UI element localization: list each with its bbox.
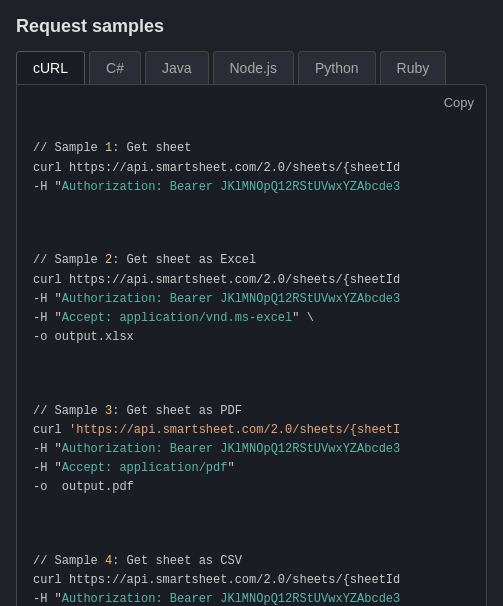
comment-1: // Sample 1: Get sheet xyxy=(33,141,191,155)
sample-2: // Sample 2: Get sheet as Excel curl htt… xyxy=(33,251,470,347)
accept-line-3: -H "Accept: application/pdf" xyxy=(33,461,235,475)
output-line-2: -o output.xlsx xyxy=(33,330,134,344)
curl-line-1: curl https://api.smartsheet.com/2.0/shee… xyxy=(33,161,400,175)
comment-2: // Sample 2: Get sheet as Excel xyxy=(33,253,256,267)
page-container: Request samples cURL C# Java Node.js Pyt… xyxy=(0,0,503,606)
tab-csharp[interactable]: C# xyxy=(89,51,141,84)
auth-line-4: -H "Authorization: Bearer JKlMNOpQ12RStU… xyxy=(33,592,400,606)
sample-3: // Sample 3: Get sheet as PDF curl 'http… xyxy=(33,402,470,498)
code-block: // Sample 1: Get sheet curl https://api.… xyxy=(33,101,470,606)
curl-line-3: curl 'https://api.smartsheet.com/2.0/she… xyxy=(33,423,400,437)
auth-line-3: -H "Authorization: Bearer JKlMNOpQ12RStU… xyxy=(33,442,400,456)
comment-3: // Sample 3: Get sheet as PDF xyxy=(33,404,242,418)
comment-4: // Sample 4: Get sheet as CSV xyxy=(33,554,242,568)
tab-nodejs[interactable]: Node.js xyxy=(213,51,294,84)
tab-ruby[interactable]: Ruby xyxy=(380,51,447,84)
copy-button[interactable]: Copy xyxy=(444,95,474,110)
auth-line-2: -H "Authorization: Bearer JKlMNOpQ12RStU… xyxy=(33,292,400,306)
tab-java[interactable]: Java xyxy=(145,51,209,84)
code-panel: Copy // Sample 1: Get sheet curl https:/… xyxy=(16,84,487,606)
page-title: Request samples xyxy=(16,16,487,37)
accept-line-2: -H "Accept: application/vnd.ms-excel" \ xyxy=(33,311,314,325)
auth-line-1: -H "Authorization: Bearer JKlMNOpQ12RStU… xyxy=(33,180,400,194)
curl-line-4: curl https://api.smartsheet.com/2.0/shee… xyxy=(33,573,400,587)
curl-line-2: curl https://api.smartsheet.com/2.0/shee… xyxy=(33,273,400,287)
tab-bar: cURL C# Java Node.js Python Ruby xyxy=(16,51,487,84)
sample-4: // Sample 4: Get sheet as CSV curl https… xyxy=(33,552,470,606)
tab-python[interactable]: Python xyxy=(298,51,376,84)
sample-1: // Sample 1: Get sheet curl https://api.… xyxy=(33,139,470,197)
output-line-3: -o output.pdf xyxy=(33,480,134,494)
tab-curl[interactable]: cURL xyxy=(16,51,85,84)
